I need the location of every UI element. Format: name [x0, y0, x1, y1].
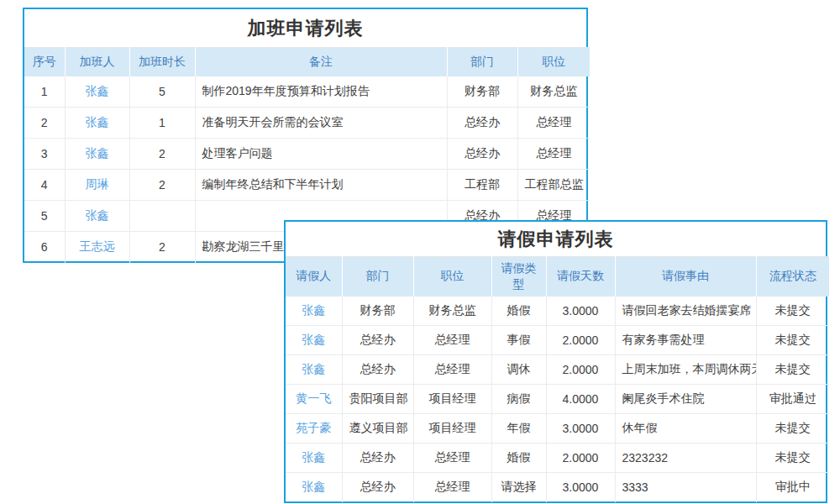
person-link[interactable]: 张鑫 — [302, 480, 325, 493]
cell-index: 5 — [24, 201, 65, 232]
column-header-department: 部门 — [447, 48, 517, 76]
cell-index: 3 — [24, 139, 65, 170]
cell-department: 工程部 — [447, 170, 517, 201]
cell-type: 婚假 — [491, 297, 546, 326]
table-row: 张鑫总经办总经理婚假2.00002323232未提交 — [286, 444, 829, 473]
cell-reason: 请假回老家去结婚摆宴席 — [615, 297, 756, 326]
cell-position: 总经理 — [413, 444, 491, 473]
cell-position: 总经理 — [413, 326, 491, 355]
cell-duration: 5 — [129, 76, 195, 108]
cell-person: 苑子豪 — [286, 414, 342, 444]
cell-days: 2.0000 — [546, 355, 615, 385]
cell-position: 工程部总监 — [517, 170, 590, 201]
overtime-table-title: 加班申请列表 — [24, 9, 586, 47]
person-link[interactable]: 张鑫 — [86, 146, 109, 160]
cell-department: 财务部 — [447, 76, 517, 108]
table-row: 张鑫总经办总经理事假2.0000有家务事需处理未提交 — [286, 326, 829, 355]
column-header-person: 请假人 — [286, 257, 342, 297]
cell-department: 财务部 — [342, 297, 413, 326]
cell-index: 2 — [24, 108, 65, 139]
column-header-position: 职位 — [517, 48, 590, 76]
cell-status: 未提交 — [756, 355, 829, 385]
table-row: 1张鑫5制作2019年年度预算和计划报告财务部财务总监 — [24, 76, 590, 108]
cell-person: 张鑫 — [65, 76, 129, 108]
person-link[interactable]: 周琳 — [86, 177, 109, 191]
cell-days: 2.0000 — [546, 326, 615, 355]
cell-reason: 阑尾炎手术住院 — [615, 385, 756, 414]
person-link[interactable]: 张鑫 — [86, 84, 109, 97]
cell-person: 周琳 — [65, 170, 129, 201]
person-link[interactable]: 张鑫 — [302, 450, 325, 464]
cell-days: 4.0000 — [546, 385, 615, 414]
person-link[interactable]: 张鑫 — [86, 208, 109, 222]
table-row: 3张鑫2处理客户问题总经办总经理 — [24, 139, 590, 170]
cell-department: 总经办 — [342, 326, 413, 355]
person-link[interactable]: 王志远 — [80, 239, 115, 253]
person-link[interactable]: 张鑫 — [302, 362, 325, 375]
cell-person: 张鑫 — [65, 108, 129, 139]
cell-position: 总经理 — [517, 139, 590, 170]
cell-person: 张鑫 — [286, 444, 342, 473]
cell-index: 1 — [24, 76, 65, 108]
cell-status: 未提交 — [756, 444, 829, 473]
cell-reason: 上周末加班，本周调休两天 — [615, 355, 756, 385]
cell-department: 总经办 — [342, 355, 413, 385]
cell-department: 总经办 — [342, 473, 413, 502]
person-link[interactable]: 张鑫 — [86, 115, 109, 129]
leave-table-header: 请假人部门职位请假类型请假天数请假事由流程状态 — [286, 257, 829, 297]
cell-status: 审批通过 — [756, 385, 829, 414]
column-header-remark: 备注 — [195, 48, 447, 76]
cell-days: 3.0000 — [546, 297, 615, 326]
cell-department: 总经办 — [447, 108, 517, 139]
leave-table-body: 张鑫财务部财务总监婚假3.0000请假回老家去结婚摆宴席未提交张鑫总经办总经理事… — [286, 297, 829, 502]
cell-position: 财务总监 — [517, 76, 590, 108]
cell-duration — [129, 201, 195, 232]
table-row: 黄一飞贵阳项目部项目经理病假4.0000阑尾炎手术住院审批通过 — [286, 385, 829, 414]
cell-position: 总经理 — [413, 473, 491, 502]
cell-duration: 2 — [129, 139, 195, 170]
cell-remark: 制作2019年年度预算和计划报告 — [195, 76, 447, 108]
cell-position: 项目经理 — [413, 414, 491, 444]
leave-application-table-card: 请假申请列表 请假人部门职位请假类型请假天数请假事由流程状态 张鑫财务部财务总监… — [284, 220, 827, 503]
cell-department: 总经办 — [342, 444, 413, 473]
cell-status: 未提交 — [756, 414, 829, 444]
cell-status: 未提交 — [756, 326, 829, 355]
leave-table-title: 请假申请列表 — [286, 222, 826, 256]
cell-type: 调休 — [491, 355, 546, 385]
cell-type: 病假 — [491, 385, 546, 414]
person-link[interactable]: 张鑫 — [302, 303, 325, 317]
person-link[interactable]: 张鑫 — [302, 333, 325, 346]
cell-duration: 2 — [129, 170, 195, 201]
overtime-table-header: 序号加班人加班时长备注部门职位 — [24, 48, 590, 76]
column-header-status: 流程状态 — [756, 257, 829, 297]
table-row: 张鑫财务部财务总监婚假3.0000请假回老家去结婚摆宴席未提交 — [286, 297, 829, 326]
column-header-reason: 请假事由 — [615, 257, 756, 297]
cell-person: 张鑫 — [286, 297, 342, 326]
cell-person: 张鑫 — [286, 326, 342, 355]
cell-type: 请选择 — [491, 473, 546, 502]
cell-index: 6 — [24, 232, 65, 263]
cell-department: 总经办 — [447, 139, 517, 170]
cell-position: 总经理 — [517, 108, 590, 139]
cell-reason: 2323232 — [615, 444, 756, 473]
cell-remark: 准备明天开会所需的会议室 — [195, 108, 447, 139]
cell-person: 张鑫 — [65, 201, 129, 232]
table-row: 4周琳2编制年终总结和下半年计划工程部工程部总监 — [24, 170, 590, 201]
cell-department: 贵阳项目部 — [342, 385, 413, 414]
cell-reason: 休年假 — [615, 414, 756, 444]
person-link[interactable]: 黄一飞 — [296, 391, 331, 405]
cell-person: 张鑫 — [286, 355, 342, 385]
cell-index: 4 — [24, 170, 65, 201]
person-link[interactable]: 苑子豪 — [296, 421, 331, 434]
cell-days: 3.0000 — [546, 473, 615, 502]
cell-status: 未提交 — [756, 297, 829, 326]
cell-type: 婚假 — [491, 444, 546, 473]
table-row: 2张鑫1准备明天开会所需的会议室总经办总经理 — [24, 108, 590, 139]
cell-person: 王志远 — [65, 232, 129, 263]
column-header-type: 请假类型 — [491, 257, 546, 297]
cell-duration: 1 — [129, 108, 195, 139]
cell-person: 张鑫 — [65, 139, 129, 170]
cell-person: 张鑫 — [286, 473, 342, 502]
cell-person: 黄一飞 — [286, 385, 342, 414]
cell-days: 3.0000 — [546, 414, 615, 444]
